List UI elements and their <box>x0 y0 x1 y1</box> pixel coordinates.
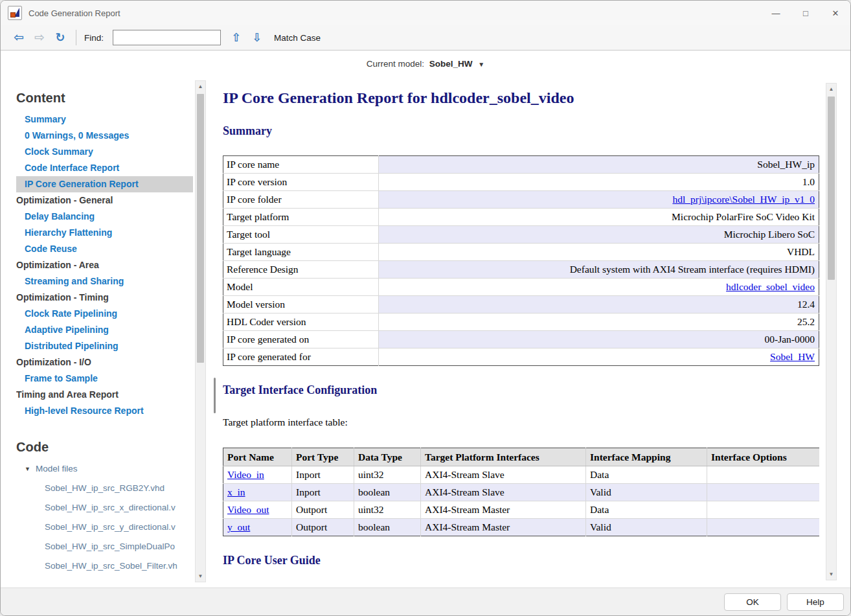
interface-cell: boolean <box>354 519 421 536</box>
find-previous-icon[interactable]: ⇧ <box>226 30 247 45</box>
sidebar-item[interactable]: Distributed Pipelining <box>16 338 193 354</box>
sidebar-section-label: Timing and Area Report <box>16 387 193 403</box>
interface-cell: Outport <box>292 519 354 536</box>
find-next-icon[interactable]: ⇩ <box>247 30 267 45</box>
current-model-label: Current model: <box>367 59 424 69</box>
interface-row: y_outOutportbooleanAXI4-Stream MasterVal… <box>223 519 820 536</box>
model-file-item[interactable]: Sobel_HW_ip_src_x_directional.v <box>10 498 194 518</box>
help-button[interactable]: Help <box>787 593 844 611</box>
splitter-handle[interactable] <box>214 378 216 413</box>
maximize-icon[interactable]: □ <box>791 1 821 25</box>
summary-row: Target toolMicrochip Libero SoC <box>223 226 819 244</box>
port-name-link[interactable]: Video_in <box>227 469 264 480</box>
sidebar-item[interactable]: Clock Summary <box>16 144 193 160</box>
model-files-label: Model files <box>36 464 78 473</box>
summary-label: IP core generated on <box>223 331 379 348</box>
content-scrollbar-thumb[interactable] <box>828 97 835 280</box>
summary-label: Model <box>223 279 379 296</box>
refresh-icon[interactable]: ↻ <box>50 30 71 45</box>
summary-row: IP core version1.0 <box>223 174 819 191</box>
summary-value: 25.2 <box>379 314 819 331</box>
summary-row: IP core nameSobel_HW_ip <box>223 156 819 174</box>
user-guide-heading: IP Core User Guide <box>223 554 819 567</box>
summary-label: Reference Design <box>223 261 379 279</box>
close-icon[interactable]: ✕ <box>821 1 850 25</box>
model-file-list: Sobel_HW_ip_src_RGB2Y.vhdSobel_HW_ip_src… <box>10 479 194 581</box>
sidebar-item[interactable]: Streaming and Sharing <box>16 273 193 290</box>
back-icon[interactable]: ⇦ <box>8 30 29 45</box>
sidebar-item[interactable]: Code Reuse <box>16 241 193 257</box>
model-file-item[interactable]: Sobel_HW_ip_src_Sobel_Filter.vh <box>10 556 194 576</box>
sidebar-item[interactable]: Adaptive Pipelining <box>16 322 193 338</box>
sidebar-item[interactable]: Delay Balancing <box>16 209 193 225</box>
sidebar-item[interactable]: Code Interface Report <box>16 160 193 176</box>
interface-row: Video_inInportuint32AXI4-Stream SlaveDat… <box>223 466 820 484</box>
summary-row: Modelhdlcoder_sobel_video <box>223 279 819 296</box>
interface-cell: uint32 <box>354 501 421 519</box>
code-generation-report-window: Code Generation Report — □ ✕ ⇦ ⇨ ↻ Find:… <box>0 0 851 616</box>
model-files-toggle[interactable]: ▼Model files <box>25 461 194 477</box>
interface-table-intro: Target platform interface table: <box>223 416 819 428</box>
port-name-link[interactable]: Video_out <box>227 504 269 515</box>
summary-value: 12.4 <box>379 296 819 314</box>
summary-label: Target language <box>223 244 379 261</box>
chevron-down-icon[interactable]: ▼ <box>478 61 484 68</box>
match-case-toggle[interactable]: Match Case <box>274 33 321 43</box>
summary-label: Target platform <box>223 209 379 226</box>
model-file-item[interactable]: Sobel_HW_ip_src_SimpleDualPo <box>10 537 194 556</box>
summary-label: Model version <box>223 296 379 314</box>
minimize-icon[interactable]: — <box>761 1 791 25</box>
scroll-down-icon[interactable]: ▼ <box>196 573 205 579</box>
forward-icon[interactable]: ⇨ <box>29 30 50 45</box>
content-heading: Content <box>16 91 194 106</box>
scroll-up-icon[interactable]: ▲ <box>826 86 836 92</box>
scroll-down-icon[interactable]: ▼ <box>826 571 836 577</box>
scroll-up-icon[interactable]: ▲ <box>196 84 205 89</box>
sidebar-item[interactable]: Hierarchy Flattening <box>16 225 193 241</box>
summary-value: Microchip Libero SoC <box>379 226 819 244</box>
current-model-value[interactable]: Sobel_HW <box>429 59 473 69</box>
interface-cell: Valid <box>586 519 707 536</box>
model-file-item[interactable]: Sobel_HW_ip_src_Sobel_Edge_D <box>10 576 194 581</box>
summary-label: IP core version <box>223 174 379 191</box>
summary-row: Reference DesignDefault system with AXI4… <box>223 261 819 279</box>
interface-cell: Video_out <box>223 501 292 519</box>
sidebar-scrollbar[interactable]: ▲ ▼ <box>195 80 206 582</box>
dialog-footer: OK Help <box>1 587 850 615</box>
sidebar-section-label: Optimization - Timing <box>16 290 193 306</box>
matlab-report-icon <box>8 6 22 20</box>
sidebar-scrollbar-thumb[interactable] <box>197 94 204 363</box>
sidebar-splitter[interactable] <box>214 82 216 581</box>
sidebar-item[interactable]: Frame to Sample <box>16 371 193 387</box>
ok-button[interactable]: OK <box>724 593 781 611</box>
interface-cell: x_in <box>223 484 292 501</box>
interface-cell: Outport <box>292 501 354 519</box>
summary-label: IP core name <box>223 156 379 174</box>
target-interface-heading: Target Interface Configuration <box>223 383 819 397</box>
sidebar-item[interactable]: IP Core Generation Report <box>16 176 193 192</box>
sidebar-item[interactable]: 0 Warnings, 0 Messages <box>16 128 193 144</box>
code-heading: Code <box>16 440 194 455</box>
content-sidebar: Content Summary0 Warnings, 0 MessagesClo… <box>10 82 194 581</box>
summary-value-link[interactable]: hdlcoder_sobel_video <box>726 281 815 292</box>
content-scrollbar[interactable]: ▲ ▼ <box>826 83 837 580</box>
model-file-item[interactable]: Sobel_HW_ip_src_RGB2Y.vhd <box>10 479 194 498</box>
summary-row: IP core generated on00-Jan-0000 <box>223 331 819 348</box>
model-file-item[interactable]: Sobel_HW_ip_src_y_directional.v <box>10 518 194 537</box>
interface-cell: Inport <box>292 484 354 501</box>
interface-cell: Video_in <box>223 466 292 484</box>
sidebar-section-label: Optimization - General <box>16 192 193 209</box>
report-title: IP Core Generation Report for hdlcoder_s… <box>223 89 819 107</box>
port-name-link[interactable]: y_out <box>227 521 250 532</box>
collapse-triangle-icon[interactable]: ▼ <box>25 466 30 472</box>
sidebar-item[interactable]: Summary <box>16 111 193 128</box>
port-name-link[interactable]: x_in <box>227 486 245 497</box>
summary-row: Model version12.4 <box>223 296 819 314</box>
window-title: Code Generation Report <box>28 8 120 18</box>
interface-row: Video_outOutportuint32AXI4-Stream Master… <box>223 501 820 519</box>
find-input[interactable] <box>113 30 221 45</box>
sidebar-item[interactable]: Clock Rate Pipelining <box>16 306 193 322</box>
summary-value-link[interactable]: hdl_prj\ipcore\Sobel_HW_ip_v1_0 <box>672 194 815 205</box>
summary-value-link[interactable]: Sobel_HW <box>770 351 815 362</box>
sidebar-item[interactable]: High-level Resource Report <box>16 403 193 419</box>
